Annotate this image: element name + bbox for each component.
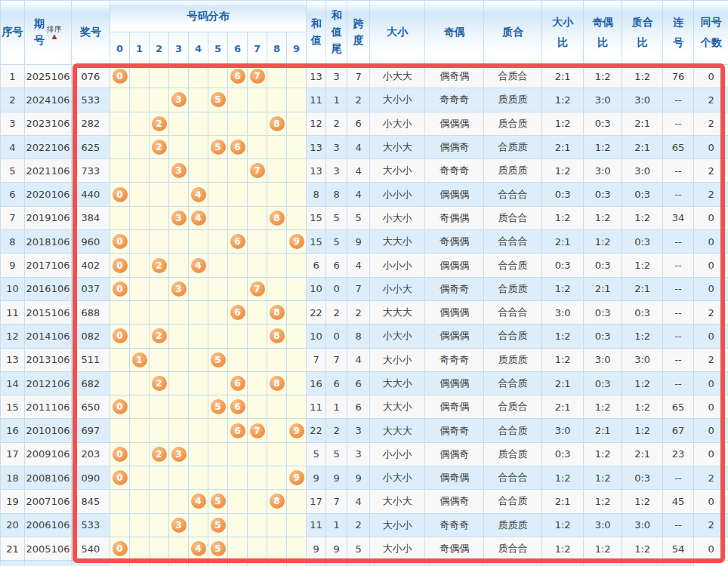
number-ball: 6 [230,423,245,438]
number-ball: 3 [171,92,187,107]
span-cell: 6 [347,371,370,395]
size-ratio-cell: 1:2 [542,513,584,537]
winning-number-cell: 511 [72,348,110,371]
sum-cell: 13 [307,135,326,158]
period-cell: 2024106 [25,88,72,112]
period-cell: 2005106 [25,537,72,560]
digit-cell-3 [169,419,189,442]
winning-number-cell: 540 [72,537,110,560]
table-row: 6202010644004884小小小偶偶偶合合合0:30:30:3--2 [1,183,728,206]
digit-cell-4: 4 [189,183,208,206]
sort-up-arrow-icon: ▲ [52,33,57,40]
span-cell: 4 [347,159,370,183]
filler-cell [248,561,267,566]
seq-cell: 1 [1,65,25,88]
parity-ratio-cell: 1:2 [584,442,622,466]
winning-number-cell: 650 [72,395,110,419]
span-cell: 8 [347,325,370,348]
digit-cell-4 [189,300,208,324]
digit-cell-7 [248,348,267,371]
digit-cell-4 [189,277,208,300]
digit-cell-2 [150,513,169,537]
winning-number-cell: 533 [72,88,110,112]
size-cell: 小小小 [370,183,425,206]
digit-cell-6: 6 [228,395,248,419]
consecutive-cell: -- [663,348,694,371]
prime-ratio-cell: 3:0 [622,159,663,183]
prime-ratio-cell: 1:2 [622,537,663,560]
winning-number-cell: 682 [72,371,110,395]
seq-cell: 3 [1,112,25,135]
consecutive-cell: -- [663,112,694,135]
span-cell: 9 [347,466,370,490]
digit-cell-2: 2 [150,442,169,466]
digit-cell-2 [150,300,169,324]
parity-cell: 奇偶偶 [425,230,484,254]
sum-tail-cell: 9 [326,537,347,560]
filler-cell [326,561,347,566]
parity-cell: 偶偶偶 [425,254,484,277]
sum-cell: 17 [307,490,326,513]
filler-cell [307,561,326,566]
digit-cell-5: 5 [208,135,228,158]
digit-cell-8 [267,419,287,442]
digit-cell-4 [189,88,208,112]
parity-cell: 偶偶偶 [425,325,484,348]
sum-tail-cell: 3 [326,135,347,158]
table-header: 序号 期 号 排序 ▲ 奖号 号码分布 和 值 和 值 尾 跨 度 大小 奇 [1,1,728,65]
digit-cell-0: 0 [110,325,130,348]
seq-cell: 10 [1,277,25,300]
parity-cell: 偶奇偶 [425,65,484,88]
digit-cell-6: 6 [228,300,248,324]
digit-cell-8: 8 [267,112,287,135]
seq-cell: 15 [1,395,25,419]
digit-cell-0 [110,88,130,112]
span-cell: 4 [347,348,370,371]
prime-cell: 合质合 [484,65,542,88]
digit-cell-1 [130,88,150,112]
prime-ratio-cell: 2:1 [622,442,663,466]
lottery-trend-page: 序号 期 号 排序 ▲ 奖号 号码分布 和 值 和 值 尾 跨 度 大小 奇 [0,0,728,566]
consecutive-cell: -- [663,159,694,183]
digit-cell-6 [228,206,248,229]
sum-cell: 5 [307,442,326,466]
parity-cell: 奇奇奇 [425,159,484,183]
digit-cell-8 [267,513,287,537]
digit-cell-5 [208,254,228,277]
span-cell: 3 [347,442,370,466]
seq-cell: 16 [1,419,25,442]
digit-cell-6 [228,442,248,466]
digit-cell-1 [130,230,150,254]
digit-cell-6: 6 [228,135,248,158]
sum-cell: 10 [307,277,326,300]
sum-cell: 22 [307,419,326,442]
digit-cell-5: 5 [208,348,228,371]
digit-cell-7: 7 [248,419,267,442]
parity-ratio-cell: 1:2 [584,466,622,490]
digit-cell-6 [228,159,248,183]
table-row: 92017106402024664小小小偶偶偶合合质0:30:31:2--0 [1,254,728,277]
col-header-period: 期 号 排序 ▲ [25,1,72,65]
digit-cell-4 [189,65,208,88]
parity-ratio-cell: 1:2 [584,206,622,229]
prime-cell: 合质合 [484,395,542,419]
span-cell: 4 [347,254,370,277]
digit-cell-1 [130,135,150,158]
digit-header-9: 9 [287,32,307,65]
digit-cell-1 [130,159,150,183]
prime-ratio-cell: 2:1 [622,277,663,300]
prime-cell: 合质质 [484,277,542,300]
digit-cell-9 [287,183,307,206]
parity-cell: 偶偶奇 [425,490,484,513]
number-ball: 0 [113,234,128,249]
sum-cell: 10 [307,325,326,348]
sum-cell: 9 [307,466,326,490]
prime-cell: 质合合 [484,206,542,229]
size-ratio-cell: 1:2 [542,159,584,183]
size-ratio-cell: 2:1 [542,371,584,395]
sort-control[interactable]: 排序 ▲ [47,25,62,40]
filler-cell [72,561,110,566]
table-row: 202006106533351112大小小奇奇奇质质质1:23:03:0--2 [1,513,728,537]
filler-cell [150,561,169,566]
digit-cell-1 [130,442,150,466]
